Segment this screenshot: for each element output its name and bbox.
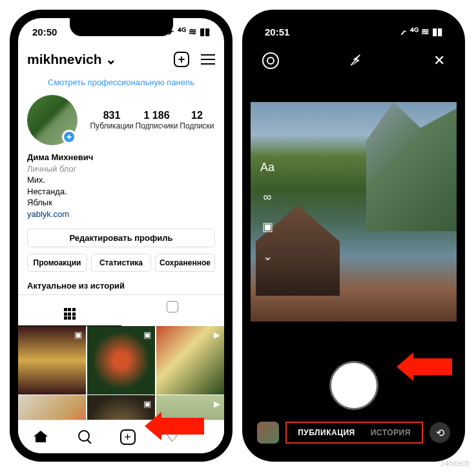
status-indicators: ✈ ⁴ᴳ ≋ ▮▮ — [398, 26, 442, 37]
close-button[interactable]: ✕ — [433, 52, 445, 69]
flash-toggle[interactable]: ⚡︎̸ — [351, 52, 361, 69]
professional-panel-link[interactable]: Смотреть профессиональную панель — [18, 74, 224, 91]
plus-icon: + — [120, 429, 136, 445]
profile-summary: + 831Публикации 1 186Подписчики 12Подпис… — [18, 91, 224, 152]
add-story-icon[interactable]: + — [62, 130, 76, 144]
mode-story[interactable]: ИСТОРИЯ — [371, 428, 411, 437]
bio-link[interactable]: yablyk.com — [27, 209, 215, 220]
carousel-icon: ▣ — [143, 399, 151, 409]
mode-publication[interactable]: ПУБЛИКАЦИЯ — [298, 428, 355, 437]
camera-viewfinder: Aa ∞ ▣ ⌄ — [251, 102, 457, 322]
stat-followers[interactable]: 1 186Подписчики — [136, 110, 178, 130]
flip-camera-button[interactable]: ⟲ — [429, 422, 450, 443]
search-icon — [78, 430, 90, 442]
tagged-icon — [167, 301, 178, 313]
carousel-icon: ▣ — [143, 330, 151, 340]
video-icon: ▶ — [214, 399, 220, 409]
tab-tagged[interactable] — [121, 295, 225, 326]
stats-button[interactable]: Статистика — [91, 254, 151, 272]
chevron-down-icon: ⌄ — [105, 52, 117, 67]
camera-bottom-bar: ПУБЛИКАЦИЯ ИСТОРИЯ ⟲ — [251, 417, 457, 448]
annotation-arrow — [397, 353, 452, 381]
saved-button[interactable]: Сохраненное — [155, 254, 215, 272]
promo-button[interactable]: Промоакции — [27, 254, 87, 272]
bio-name: Дима Михневич — [27, 152, 215, 163]
edit-profile-button[interactable]: Редактировать профиль — [27, 229, 215, 247]
boomerang-tool[interactable]: ∞ — [258, 188, 276, 206]
shutter-button[interactable] — [331, 363, 377, 408]
settings-button[interactable] — [262, 52, 279, 69]
new-post-button[interactable]: + — [174, 52, 189, 67]
layout-tool[interactable]: ▣ — [258, 218, 276, 236]
video-icon: ▶ — [214, 330, 220, 340]
more-tools[interactable]: ⌄ — [258, 247, 276, 265]
bio-line: Mиx. — [27, 174, 215, 186]
status-time: 20:50 — [32, 26, 57, 37]
nav-home[interactable] — [34, 428, 48, 446]
stats-row: 831Публикации 1 186Подписчики 12Подписки — [89, 110, 215, 130]
status-indicators: ✈ ⁴ᴳ ≋ ▮▮ — [166, 26, 210, 37]
scene-mountain — [366, 102, 457, 231]
nav-search[interactable] — [78, 429, 90, 446]
grid-icon — [64, 308, 76, 320]
stat-posts[interactable]: 831Публикации — [90, 110, 133, 130]
menu-button[interactable] — [201, 54, 215, 65]
stat-following[interactable]: 12Подписки — [180, 110, 214, 130]
text-tool[interactable]: Aa — [258, 158, 276, 176]
nav-new-post[interactable]: + — [120, 429, 136, 445]
notch — [70, 18, 173, 36]
screen-right: 20:51 ✈ ⁴ᴳ ≋ ▮▮ ⚡︎̸ ✕ Aa ∞ ▣ ⌄ ПУБЛИКАЦИ… — [251, 18, 457, 453]
bio-line: Нестанда. — [27, 186, 215, 198]
camera-top-bar: ⚡︎̸ ✕ — [251, 45, 457, 76]
home-icon — [34, 428, 48, 442]
secondary-buttons: Промоакции Статистика Сохраненное — [18, 250, 224, 276]
username-dropdown[interactable]: mikhnevich ⌄ — [27, 52, 117, 67]
bio: Дима Михневич Личный блог Mиx. Нестанда.… — [18, 152, 224, 226]
tab-grid[interactable] — [18, 295, 121, 326]
screen-left: 20:50 ✈ ⁴ᴳ ≋ ▮▮ mikhnevich ⌄ + Смотреть … — [18, 18, 224, 453]
watermark: 24hitech — [440, 459, 470, 468]
annotation-arrow — [145, 412, 204, 440]
highlights-label: Актуальное из историй — [18, 276, 224, 294]
post-thumb[interactable]: ▣ — [87, 326, 155, 394]
phone-frame-right: 20:51 ✈ ⁴ᴳ ≋ ▮▮ ⚡︎̸ ✕ Aa ∞ ▣ ⌄ ПУБЛИКАЦИ… — [242, 10, 465, 462]
phone-frame-left: 20:50 ✈ ⁴ᴳ ≋ ▮▮ mikhnevich ⌄ + Смотреть … — [10, 10, 233, 462]
avatar[interactable]: + — [27, 95, 78, 145]
post-thumb[interactable]: ▣ — [18, 326, 86, 394]
profile-header: mikhnevich ⌄ + — [18, 45, 224, 74]
notch — [302, 18, 406, 36]
status-time: 20:51 — [265, 26, 289, 37]
gallery-button[interactable] — [257, 422, 279, 444]
mode-selector[interactable]: ПУБЛИКАЦИЯ ИСТОРИЯ — [285, 422, 423, 444]
side-tools: Aa ∞ ▣ ⌄ — [258, 158, 276, 265]
bio-category: Личный блог — [27, 163, 215, 175]
profile-tabs — [18, 294, 224, 326]
bio-line: Яблык — [27, 197, 215, 209]
carousel-icon: ▣ — [74, 330, 82, 340]
post-thumb[interactable]: ▶ — [156, 326, 224, 394]
